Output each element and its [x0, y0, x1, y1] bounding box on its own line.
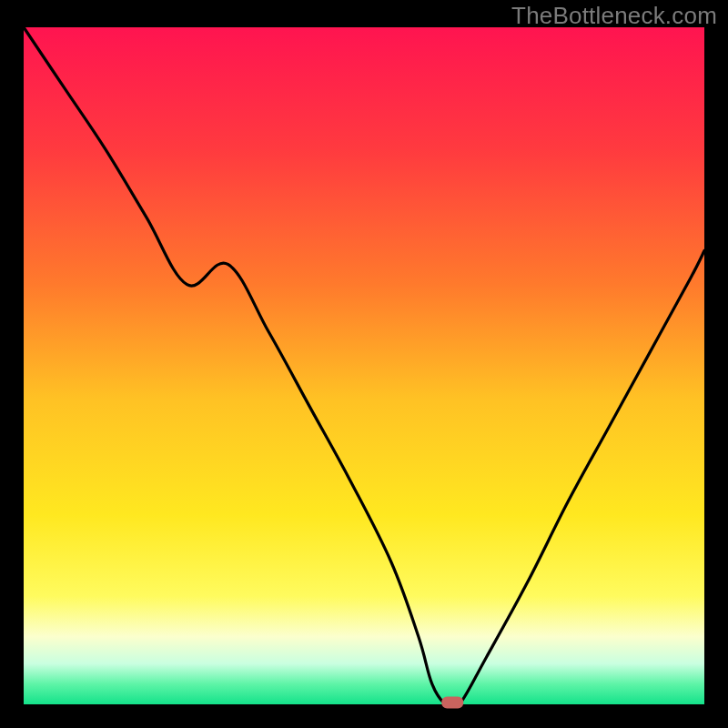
- chart-frame: TheBottleneck.com: [0, 0, 728, 728]
- plot-background: [24, 27, 704, 704]
- watermark-text: TheBottleneck.com: [511, 2, 717, 30]
- bottleneck-chart: [0, 0, 728, 728]
- optimum-marker: [441, 697, 463, 709]
